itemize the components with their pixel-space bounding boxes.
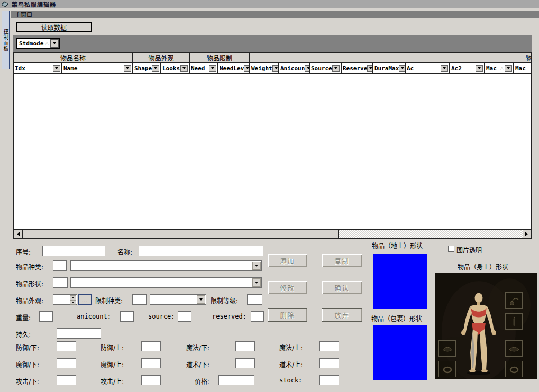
column-header-source[interactable]: Source <box>310 63 342 73</box>
necklace-slot <box>505 292 523 309</box>
left-ring-slot <box>438 361 456 377</box>
stock-input[interactable] <box>319 375 339 385</box>
column-header-mac2[interactable]: Mac <box>514 63 531 73</box>
discard-button[interactable]: 放弃 <box>322 308 362 322</box>
column-header-shape[interactable]: Shape <box>133 63 161 73</box>
ac-high-input[interactable] <box>141 341 161 351</box>
image-transparent-checkbox[interactable] <box>448 246 454 252</box>
grid-body[interactable] <box>14 74 531 229</box>
ring-icon <box>441 363 454 376</box>
item-shape-combobox[interactable] <box>70 277 262 288</box>
sort-field-box[interactable]: Stdmode △ <box>16 38 60 49</box>
filter-dropdown-icon[interactable] <box>305 65 310 72</box>
idx-label: 序号: <box>16 247 31 256</box>
column-header-needlev[interactable]: NeedLev <box>218 63 250 73</box>
column-header-anicount[interactable]: Anicoun <box>279 63 310 73</box>
chevron-down-icon[interactable] <box>252 278 261 287</box>
chevron-down-icon[interactable] <box>252 262 261 270</box>
column-header-duramax[interactable]: DuraMax <box>373 63 406 73</box>
window-title: 菜鸟私服编辑器 <box>12 0 56 8</box>
filter-dropdown-icon[interactable] <box>367 65 373 72</box>
spin-down-icon[interactable] <box>70 300 76 305</box>
scrollbar-thumb[interactable] <box>22 230 339 238</box>
column-header-looks[interactable]: Looks <box>161 63 190 73</box>
column-header-ac[interactable]: Ac <box>406 63 450 73</box>
dc-high-input[interactable] <box>141 375 161 385</box>
scroll-right-button[interactable] <box>523 230 531 238</box>
item-looks-spinner[interactable] <box>53 294 77 305</box>
browse-button[interactable]: ... <box>78 294 92 305</box>
item-shape-input[interactable] <box>53 277 68 288</box>
filter-dropdown-icon[interactable] <box>399 65 406 72</box>
spin-up-icon[interactable] <box>70 295 76 300</box>
taoist-high-label: 道术/上: <box>279 360 303 369</box>
item-type-combobox[interactable] <box>70 260 262 271</box>
magic-low-label: 魔法/下: <box>186 343 209 352</box>
taoist-high-input[interactable] <box>319 358 339 368</box>
bracelet-icon <box>441 342 454 355</box>
mac-low-input[interactable] <box>57 358 76 368</box>
filter-dropdown-icon[interactable] <box>53 65 60 72</box>
column-header-ac2[interactable]: Ac2 <box>450 63 485 73</box>
price-input[interactable] <box>218 375 254 385</box>
durability-input[interactable] <box>57 328 101 339</box>
scrollbar-track[interactable] <box>339 230 523 238</box>
control-panel-tab[interactable]: 控制面板 <box>2 11 10 69</box>
name-input[interactable] <box>139 246 263 256</box>
weight-input[interactable] <box>39 311 53 322</box>
modify-button[interactable]: 修改 <box>268 281 307 294</box>
need-type-input[interactable] <box>132 294 147 305</box>
need-level-label: 限制等级: <box>211 296 238 305</box>
source-label: source: <box>148 313 175 320</box>
idx-input[interactable] <box>42 246 105 256</box>
candle-icon <box>507 315 521 328</box>
load-data-button[interactable]: 读取数据 <box>16 22 92 32</box>
filter-dropdown-icon[interactable] <box>505 65 512 72</box>
bag-shape-label: 物品（包裹）形状 <box>371 314 422 323</box>
confirm-button[interactable]: 确认 <box>322 281 362 294</box>
ground-shape-preview <box>373 254 427 309</box>
weight-label: 重量: <box>16 313 31 322</box>
column-header-name[interactable]: Name <box>62 63 133 73</box>
need-type-label: 限制种类: <box>95 296 123 305</box>
scroll-left-button[interactable] <box>14 230 22 238</box>
copy-button[interactable]: 复制 <box>322 254 362 267</box>
reserved-input[interactable] <box>251 311 264 322</box>
anicount-input[interactable] <box>120 311 134 322</box>
need-level-input[interactable] <box>247 294 262 305</box>
item-type-label: 物品种类: <box>16 262 43 271</box>
taoist-low-input[interactable] <box>235 358 255 368</box>
chevron-down-icon[interactable] <box>197 295 205 304</box>
add-button[interactable]: 添加 <box>268 254 307 267</box>
filter-dropdown-icon[interactable] <box>332 65 340 72</box>
price-label: 价格: <box>195 377 209 386</box>
delete-button[interactable]: 删除 <box>268 308 307 322</box>
grid-horizontal-scrollbar[interactable] <box>14 229 531 238</box>
dc-high-label: 攻击/上: <box>101 377 124 386</box>
item-type-input[interactable] <box>53 260 67 271</box>
mac-high-input[interactable] <box>141 358 161 368</box>
magic-low-input[interactable] <box>235 341 255 351</box>
mdi-window-title: 主窗口 <box>15 10 32 18</box>
filter-dropdown-icon[interactable] <box>152 65 159 72</box>
filter-dropdown-icon[interactable] <box>244 65 250 72</box>
filter-dropdown-icon[interactable] <box>272 65 279 72</box>
sort-dropdown-icon[interactable] <box>50 39 59 48</box>
magic-high-input[interactable] <box>319 341 339 351</box>
column-header-mac[interactable]: Mac △ <box>485 63 514 73</box>
column-header-need[interactable]: Need <box>190 63 218 73</box>
column-header-reserve[interactable]: Reserve <box>342 63 373 73</box>
filter-dropdown-icon[interactable] <box>441 65 448 72</box>
need-type-combobox[interactable] <box>150 294 206 305</box>
ac-low-input[interactable] <box>57 341 76 351</box>
arrow-right-icon <box>525 232 530 236</box>
column-header-weight[interactable]: Weight <box>250 63 279 73</box>
dc-low-input[interactable] <box>57 375 76 385</box>
filter-dropdown-icon[interactable] <box>209 65 216 72</box>
column-header-idx[interactable]: Idx <box>14 63 62 73</box>
filter-dropdown-icon[interactable] <box>476 65 483 72</box>
source-input[interactable] <box>178 311 191 322</box>
filter-dropdown-icon[interactable] <box>180 65 188 72</box>
filter-dropdown-icon[interactable] <box>124 65 131 72</box>
necklace-icon <box>507 294 521 307</box>
